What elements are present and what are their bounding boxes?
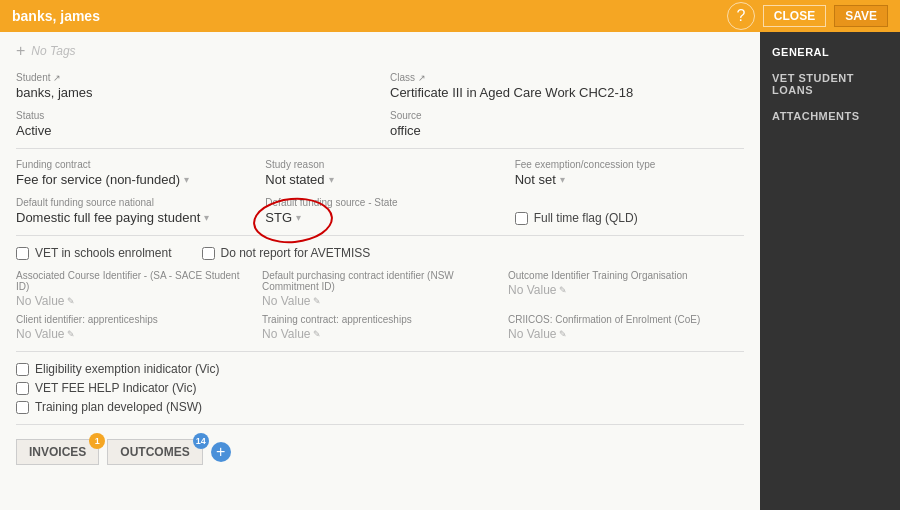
full-time-field: Full time flag (QLD) xyxy=(515,197,744,225)
study-reason-field: Study reason Not stated ▾ xyxy=(265,159,494,187)
associated-course-label: Associated Course Identifier - (SA - SAC… xyxy=(16,270,252,292)
header-title: banks, james xyxy=(12,8,100,24)
checkbox-row-1: VET in schools enrolment Do not report f… xyxy=(16,246,744,260)
identifiers-row-1: Associated Course Identifier - (SA - SAC… xyxy=(16,270,744,308)
invoices-badge: 1 xyxy=(89,433,105,449)
default-state-arrow: ▾ xyxy=(296,212,301,223)
do-not-report-label: Do not report for AVETMISS xyxy=(221,246,371,260)
status-label: Status xyxy=(16,110,370,121)
tags-placeholder: No Tags xyxy=(31,44,75,58)
funding-contract-arrow: ▾ xyxy=(184,174,189,185)
funding-contract-value[interactable]: Fee for service (non-funded) ▾ xyxy=(16,172,245,187)
source-label: Source xyxy=(390,110,744,121)
elig-item-1: VET FEE HELP Indicator (Vic) xyxy=(16,381,744,395)
training-contract-field: Training contract: apprenticeships No Va… xyxy=(262,314,498,341)
do-not-report-checkbox[interactable] xyxy=(202,247,215,260)
source-field: Source office xyxy=(390,110,744,138)
criicos-label: CRIICOS: Confirmation of Enrolment (CoE) xyxy=(508,314,744,325)
outcomes-badge: 14 xyxy=(193,433,209,449)
student-value: banks, james xyxy=(16,85,370,100)
sidebar: GENERAL VET STUDENT LOANS ATTACHMENTS xyxy=(760,32,900,510)
add-tab-button[interactable]: + xyxy=(211,442,231,462)
student-class-row: Student ↗ banks, james Class ↗ Certifica… xyxy=(16,72,744,100)
invoices-tab[interactable]: INVOICES 1 xyxy=(16,439,99,465)
client-apprenticeships-value: No Value ✎ xyxy=(16,327,252,341)
student-field: Student ↗ banks, james xyxy=(16,72,370,100)
funding-contract-field: Funding contract Fee for service (non-fu… xyxy=(16,159,245,187)
save-button[interactable]: SAVE xyxy=(834,5,888,27)
add-tag-button[interactable]: + xyxy=(16,42,25,60)
sidebar-item-general[interactable]: GENERAL xyxy=(772,46,888,58)
elig-item-0: Eligibility exemption inidicator (Vic) xyxy=(16,362,744,376)
class-link-icon: ↗ xyxy=(418,73,426,83)
default-state-field: Default funding source - State STG ▾ xyxy=(265,197,494,225)
criicos-field: CRIICOS: Confirmation of Enrolment (CoE)… xyxy=(508,314,744,341)
elig-label-2: Training plan developed (NSW) xyxy=(35,400,202,414)
default-state-value[interactable]: STG ▾ xyxy=(265,210,301,225)
header-actions: ? CLOSE SAVE xyxy=(727,2,888,30)
training-contract-label: Training contract: apprenticeships xyxy=(262,314,498,325)
vet-schools-item: VET in schools enrolment xyxy=(16,246,172,260)
divider-2 xyxy=(16,235,744,236)
elig-item-2: Training plan developed (NSW) xyxy=(16,400,744,414)
default-national-value[interactable]: Domestic full fee paying student ▾ xyxy=(16,210,245,225)
divider-1 xyxy=(16,148,744,149)
identifiers-row-2: Client identifier: apprenticeships No Va… xyxy=(16,314,744,341)
class-value: Certificate III in Aged Care Work CHC2-1… xyxy=(390,85,744,100)
do-not-report-item: Do not report for AVETMISS xyxy=(202,246,371,260)
outcomes-tab[interactable]: OUTCOMES 14 xyxy=(107,439,202,465)
tags-row: + No Tags xyxy=(16,42,744,60)
training-contract-edit-icon[interactable]: ✎ xyxy=(313,329,321,339)
outcome-identifier-label: Outcome Identifier Training Organisation xyxy=(508,270,744,281)
elig-checkbox-0[interactable] xyxy=(16,363,29,376)
client-apprenticeships-field: Client identifier: apprenticeships No Va… xyxy=(16,314,252,341)
layout: + No Tags Student ↗ banks, james Class ↗… xyxy=(0,32,900,510)
associated-course-value: No Value ✎ xyxy=(16,294,252,308)
default-national-field: Default funding source national Domestic… xyxy=(16,197,245,225)
purchasing-contract-label: Default purchasing contract identifier (… xyxy=(262,270,498,292)
fee-exemption-field: Fee exemption/concession type Not set ▾ xyxy=(515,159,744,187)
status-value: Active xyxy=(16,123,370,138)
outcome-identifier-edit-icon[interactable]: ✎ xyxy=(559,285,567,295)
elig-checkbox-2[interactable] xyxy=(16,401,29,414)
stg-container: STG ▾ xyxy=(265,210,301,225)
fee-exemption-arrow: ▾ xyxy=(560,174,565,185)
class-field: Class ↗ Certificate III in Aged Care Wor… xyxy=(390,72,744,100)
divider-3 xyxy=(16,351,744,352)
study-reason-arrow: ▾ xyxy=(329,174,334,185)
client-apprenticeships-edit-icon[interactable]: ✎ xyxy=(67,329,75,339)
default-national-arrow: ▾ xyxy=(204,212,209,223)
status-field: Status Active xyxy=(16,110,370,138)
default-national-label: Default funding source national xyxy=(16,197,245,208)
study-reason-value[interactable]: Not stated ▾ xyxy=(265,172,494,187)
help-button[interactable]: ? xyxy=(727,2,755,30)
default-state-label: Default funding source - State xyxy=(265,197,494,208)
elig-label-0: Eligibility exemption inidicator (Vic) xyxy=(35,362,220,376)
fee-exemption-label: Fee exemption/concession type xyxy=(515,159,744,170)
full-time-label: Full time flag (QLD) xyxy=(534,211,638,225)
eligibility-section: Eligibility exemption inidicator (Vic) V… xyxy=(16,362,744,414)
criicos-edit-icon[interactable]: ✎ xyxy=(559,329,567,339)
outcome-identifier-field: Outcome Identifier Training Organisation… xyxy=(508,270,744,308)
sidebar-item-attachments[interactable]: ATTACHMENTS xyxy=(772,110,888,122)
purchasing-contract-edit-icon[interactable]: ✎ xyxy=(313,296,321,306)
training-contract-value: No Value ✎ xyxy=(262,327,498,341)
class-label: Class ↗ xyxy=(390,72,744,83)
criicos-value: No Value ✎ xyxy=(508,327,744,341)
outcome-identifier-value: No Value ✎ xyxy=(508,283,744,297)
funding-row-1: Funding contract Fee for service (non-fu… xyxy=(16,159,744,187)
elig-checkbox-1[interactable] xyxy=(16,382,29,395)
fee-exemption-value[interactable]: Not set ▾ xyxy=(515,172,744,187)
funding-contract-label: Funding contract xyxy=(16,159,245,170)
associated-course-edit-icon[interactable]: ✎ xyxy=(67,296,75,306)
associated-course-field: Associated Course Identifier - (SA - SAC… xyxy=(16,270,252,308)
vet-schools-checkbox[interactable] xyxy=(16,247,29,260)
client-apprenticeships-label: Client identifier: apprenticeships xyxy=(16,314,252,325)
close-button[interactable]: CLOSE xyxy=(763,5,826,27)
sidebar-item-vet-student-loans[interactable]: VET STUDENT LOANS xyxy=(772,72,888,96)
purchasing-contract-value: No Value ✎ xyxy=(262,294,498,308)
bottom-tabs: INVOICES 1 OUTCOMES 14 + xyxy=(16,439,744,465)
purchasing-contract-field: Default purchasing contract identifier (… xyxy=(262,270,498,308)
full-time-checkbox[interactable] xyxy=(515,212,528,225)
full-time-checkbox-item: Full time flag (QLD) xyxy=(515,211,744,225)
